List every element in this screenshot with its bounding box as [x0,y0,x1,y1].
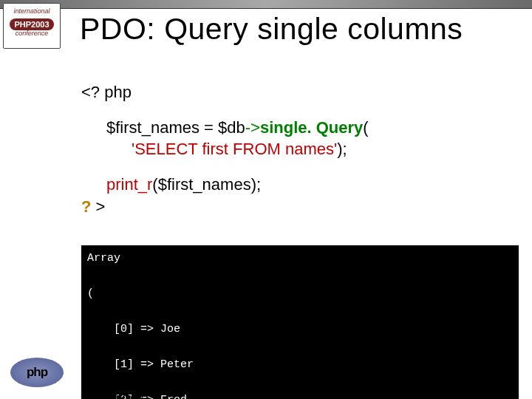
code-block: <? php $first_names = $db->single. Query… [81,81,517,217]
sql-string: 'SELECT first FROM names' [132,140,337,158]
method-name: single. Query [260,118,363,137]
php-close-tag: ? > [81,196,517,218]
code-var: $first_names [106,118,200,137]
conference-badge: international PHP2003 conference [3,3,61,49]
badge-line1: international [4,8,60,16]
php-open-tag: <? php [81,81,517,103]
slide-title: PDO: Query single columns [80,12,463,47]
badge-phpyear: PHP2003 [10,18,53,30]
code-line-sql: 'SELECT first FROM names'); [81,138,517,160]
print-func: print_r [106,175,152,194]
console-output: Array ( [0] => Joe [1] => Peter [2] => F… [81,245,519,399]
footer-talk-title: PHP 5 and Databases [81,392,519,399]
php-logo-icon: php [10,358,64,387]
arrow-operator: -> [245,118,260,137]
code-line-query: $first_names = $db->single. Query( [81,117,517,139]
code-line-print: print_r($first_names); [81,174,517,196]
footer-page-number: 31 [508,392,519,399]
decorative-topbar [0,0,532,9]
badge-line3: conference [4,30,60,38]
